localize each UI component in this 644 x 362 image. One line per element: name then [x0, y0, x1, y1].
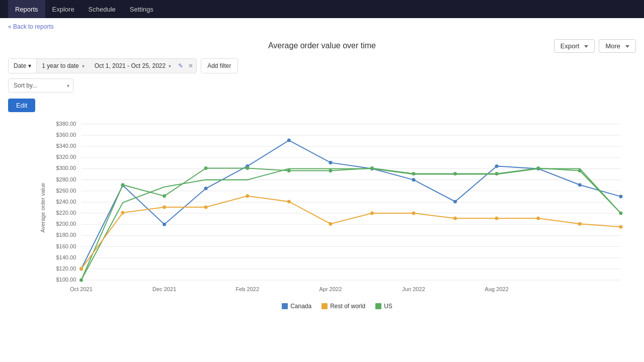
date-chevron-icon: ▾ [28, 62, 31, 69]
date-filter-value[interactable]: 1 year to date ▾ [37, 59, 89, 73]
svg-point-69 [287, 200, 291, 203]
export-button[interactable]: Export [554, 39, 595, 53]
header-actions: Export More [554, 39, 636, 53]
sort-row: Sort by... [8, 78, 636, 93]
legend-row-label: Rest of world [330, 303, 365, 310]
more-label: More [605, 42, 620, 50]
svg-text:$340.00: $340.00 [56, 143, 76, 149]
svg-point-74 [495, 217, 499, 220]
svg-point-64 [79, 267, 83, 270]
nav-reports[interactable]: Reports [8, 0, 45, 18]
svg-point-67 [204, 205, 208, 209]
more-button[interactable]: More [599, 39, 636, 53]
y-axis-label: Average order value [40, 183, 46, 232]
svg-text:Dec 2021: Dec 2021 [152, 286, 176, 292]
svg-text:$200.00: $200.00 [56, 221, 76, 227]
svg-point-60 [495, 172, 499, 175]
svg-text:$180.00: $180.00 [56, 232, 76, 238]
legend-us-dot [375, 303, 381, 309]
chart-wrapper: Average order value .grid-line { stroke:… [8, 116, 636, 310]
export-chevron-icon [582, 42, 588, 50]
svg-text:$100.00: $100.00 [56, 277, 76, 283]
date-filter-label[interactable]: Date ▾ [9, 59, 37, 73]
edit-button[interactable]: Edit [8, 99, 35, 112]
svg-point-70 [329, 222, 332, 226]
period-chevron-icon: ▾ [82, 63, 85, 69]
svg-text:Jun 2022: Jun 2022 [402, 286, 425, 292]
nav-settings[interactable]: Settings [123, 0, 160, 18]
legend-canada: Canada [282, 303, 311, 310]
svg-point-62 [578, 169, 582, 172]
svg-point-68 [246, 194, 249, 198]
back-to-reports-link[interactable]: « Back to reports [0, 18, 62, 35]
date-label-text: Date [14, 62, 26, 69]
more-chevron-icon [623, 42, 629, 50]
svg-point-53 [204, 166, 208, 170]
chart-svg: .grid-line { stroke: #e8e8e8; stroke-wid… [48, 116, 626, 297]
top-navigation: Reports Explore Schedule Settings [0, 0, 644, 18]
add-filter-button[interactable]: Add filter [201, 58, 237, 73]
legend-us: US [375, 303, 392, 310]
svg-text:Apr 2022: Apr 2022 [319, 286, 342, 292]
chart-legend: Canada Rest of world US [48, 303, 626, 310]
svg-text:Aug 2022: Aug 2022 [485, 286, 509, 292]
legend-canada-label: Canada [290, 303, 311, 310]
legend-row-dot [321, 303, 328, 309]
svg-point-45 [453, 200, 457, 203]
svg-point-49 [619, 195, 622, 198]
range-chevron-icon: ▾ [169, 63, 171, 69]
svg-text:$280.00: $280.00 [56, 176, 76, 183]
svg-point-54 [246, 166, 249, 170]
svg-point-55 [287, 169, 291, 172]
svg-point-75 [536, 217, 540, 220]
svg-text:$160.00: $160.00 [56, 243, 76, 249]
svg-text:Oct 2021: Oct 2021 [70, 286, 93, 292]
svg-text:$300.00: $300.00 [56, 165, 76, 171]
svg-point-50 [79, 278, 83, 282]
report-header: Average order value over time Export Mor… [8, 35, 636, 58]
svg-point-48 [578, 183, 582, 187]
svg-point-42 [329, 161, 332, 164]
svg-point-56 [329, 169, 332, 172]
svg-text:$140.00: $140.00 [56, 254, 76, 260]
legend-us-label: US [384, 303, 392, 310]
svg-text:$320.00: $320.00 [56, 154, 76, 160]
edit-pencil-icon[interactable]: ✎ [178, 62, 183, 69]
remove-filter-icon[interactable]: ✕ [185, 62, 196, 69]
svg-point-46 [495, 164, 499, 168]
svg-point-44 [412, 178, 416, 182]
svg-point-59 [453, 172, 457, 175]
svg-point-58 [412, 172, 416, 175]
main-content: Average order value over time Export Mor… [0, 35, 644, 318]
svg-text:$120.00: $120.00 [56, 265, 76, 272]
svg-point-52 [163, 194, 166, 198]
date-filter-tag: Date ▾ 1 year to date ▾ Oct 1, 2021 - Oc… [8, 58, 197, 73]
svg-point-65 [121, 211, 125, 215]
svg-point-61 [536, 166, 540, 170]
svg-point-66 [163, 205, 166, 209]
report-title: Average order value over time [268, 41, 376, 50]
period-label-text: 1 year to date [42, 62, 78, 69]
svg-point-57 [370, 166, 374, 170]
svg-point-41 [287, 139, 291, 142]
svg-text:$240.00: $240.00 [56, 199, 76, 205]
svg-text:$380.00: $380.00 [56, 121, 76, 127]
legend-rest-of-world: Rest of world [321, 303, 365, 310]
svg-point-71 [370, 212, 374, 215]
svg-text:$360.00: $360.00 [56, 132, 76, 138]
svg-text:Feb 2022: Feb 2022 [235, 286, 259, 292]
svg-text:$260.00: $260.00 [56, 188, 76, 194]
sort-dropdown[interactable]: Sort by... [8, 78, 73, 93]
nav-schedule[interactable]: Schedule [82, 0, 123, 18]
nav-explore[interactable]: Explore [45, 0, 82, 18]
date-range-text: Oct 1, 2021 - Oct 25, 2022 [95, 62, 166, 69]
svg-point-76 [578, 222, 582, 226]
export-label: Export [560, 42, 580, 50]
chart-area: Average order value .grid-line { stroke:… [48, 116, 626, 299]
date-range-value[interactable]: Oct 1, 2021 - Oct 25, 2022 ▾ [90, 59, 176, 73]
svg-point-72 [412, 212, 416, 215]
svg-text:$220.00: $220.00 [56, 210, 76, 216]
svg-point-63 [619, 212, 622, 215]
filters-row: Date ▾ 1 year to date ▾ Oct 1, 2021 - Oc… [8, 58, 636, 73]
legend-canada-dot [282, 303, 288, 309]
